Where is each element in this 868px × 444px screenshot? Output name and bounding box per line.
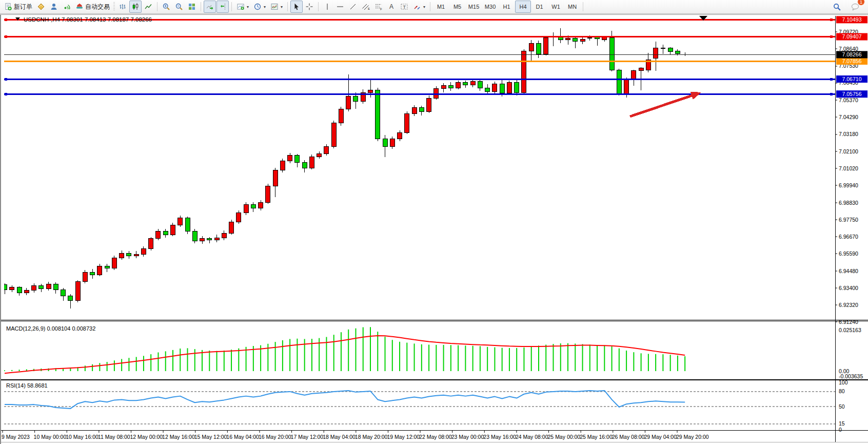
- bear-candle-body: [302, 162, 307, 168]
- candlestick-icon: [131, 3, 140, 11]
- bull-candle-body: [200, 239, 205, 241]
- timeframe-button-M15[interactable]: M15: [466, 1, 482, 13]
- time-axis-label: 17 May 12:00: [291, 434, 324, 440]
- timeframe-button-W1[interactable]: W1: [548, 1, 564, 13]
- bull-candle-body: [324, 147, 329, 154]
- zoom-in-button[interactable]: [160, 1, 172, 13]
- auto-trading-button[interactable]: 自动交易: [73, 1, 112, 13]
- time-axis-label: 22 May 08:00: [419, 434, 452, 440]
- indicators-dropdown-caret: ▾: [247, 5, 249, 9]
- price-axis-tick-label: 6.95590: [839, 250, 858, 257]
- periods-button[interactable]: ▾: [251, 1, 268, 13]
- auto-trading-icon: [75, 3, 84, 11]
- bull-candle-body: [178, 218, 183, 225]
- price-axis-tick-label: 6.94480: [839, 268, 858, 274]
- new-order-button[interactable]: 新订单: [2, 1, 34, 13]
- vertical-line-tool-button[interactable]: [321, 1, 333, 13]
- time-axis-label: 12 May 00:00: [130, 434, 163, 440]
- candle: [192, 229, 197, 243]
- bull-candle-body: [75, 282, 80, 301]
- new-order-label: 新订单: [14, 3, 32, 11]
- trendline-tool-button[interactable]: [347, 1, 359, 13]
- zoom-out-button[interactable]: [173, 1, 185, 13]
- profile-button[interactable]: [48, 1, 60, 13]
- bull-candle-body: [222, 233, 226, 238]
- rsi-scale-label: 100: [839, 379, 848, 385]
- cursor-tool-button[interactable]: [290, 1, 303, 13]
- time-axis-label: 18 May 04:00: [323, 434, 356, 440]
- candle: [376, 88, 380, 141]
- zoom-out-icon: [175, 3, 183, 11]
- timeframe-button-H4[interactable]: H4: [515, 1, 531, 13]
- timeframe-button-H1[interactable]: H1: [499, 1, 515, 13]
- candlestick-mode-button[interactable]: [129, 1, 142, 13]
- bull-candle-body: [346, 96, 351, 109]
- text-label-tool-button[interactable]: T: [398, 1, 410, 13]
- tile-windows-button[interactable]: [186, 1, 198, 13]
- toolbar-separator: [583, 2, 583, 11]
- price-chart-canvas[interactable]: USDCNH-,H4 7.08301 7.08413 7.08187 7.082…: [0, 15, 868, 444]
- timeframe-button-M5[interactable]: M5: [449, 1, 465, 13]
- time-axis-label: 24 May 08:00: [516, 434, 548, 440]
- bull-candle-body: [390, 139, 394, 147]
- line-handle-right[interactable]: [830, 18, 833, 21]
- notifications-button[interactable]: 1: [849, 1, 862, 13]
- bull-candle-body: [602, 37, 607, 40]
- bear-candle-body: [207, 239, 212, 240]
- candle: [75, 280, 80, 302]
- line-handle-left[interactable]: [5, 93, 7, 95]
- arrows-tool-button[interactable]: ▾: [411, 1, 427, 13]
- arrows-dropdown-caret: ▾: [423, 5, 425, 9]
- text-label-icon: T: [400, 3, 408, 11]
- timeframe-button-M1[interactable]: M1: [433, 1, 449, 13]
- line-chart-mode-button[interactable]: [142, 1, 154, 13]
- trading-terminal-window: 新订单 自动交易: [0, 0, 868, 444]
- signal-waves-icon: [63, 3, 71, 11]
- bull-candle-body: [134, 254, 139, 256]
- auto-scroll-button[interactable]: [204, 1, 216, 13]
- bull-candle-body: [339, 109, 343, 123]
- horizontal-line-tool-button[interactable]: [334, 1, 346, 13]
- indicators-button[interactable]: ▾: [234, 1, 251, 13]
- bull-candle-body: [280, 161, 285, 170]
- line-handle-left[interactable]: [5, 18, 7, 21]
- chart-shift-button[interactable]: [216, 1, 229, 13]
- line-handle-left[interactable]: [5, 78, 7, 81]
- bar-chart-mode-button[interactable]: [116, 1, 129, 13]
- crosshair-tool-button[interactable]: [303, 1, 315, 13]
- bull-candle-body: [624, 79, 629, 94]
- signals-button[interactable]: [61, 1, 73, 13]
- search-button[interactable]: [831, 1, 843, 13]
- price-line-label: 7.08266: [842, 51, 862, 57]
- bear-candle-body: [536, 43, 541, 54]
- text-tool-icon: A: [387, 3, 396, 11]
- candle: [149, 237, 153, 250]
- equidistant-channel-tool-button[interactable]: E: [360, 1, 372, 13]
- line-handle-right[interactable]: [830, 78, 833, 81]
- text-tool-button[interactable]: A: [385, 1, 398, 13]
- candle: [185, 217, 190, 234]
- bull-candle-body: [236, 213, 241, 222]
- time-axis-label: 16 May 04:00: [226, 434, 259, 440]
- candle: [405, 111, 409, 134]
- bear-candle-body: [478, 82, 482, 88]
- bull-candle-body: [507, 82, 511, 93]
- timeframe-button-D1[interactable]: D1: [531, 1, 547, 13]
- macd-scale-label: 0.025163: [839, 327, 861, 333]
- price-axis-tick-label: 7.03180: [839, 131, 858, 137]
- line-handle-right[interactable]: [830, 93, 833, 95]
- time-axis-label: 19 May 12:00: [387, 434, 420, 440]
- line-handle-left[interactable]: [5, 35, 7, 38]
- bull-candle-body: [266, 186, 270, 202]
- bear-candle-body: [617, 70, 621, 94]
- timeframe-button-MN[interactable]: MN: [564, 1, 580, 13]
- market-watch-button[interactable]: [35, 1, 47, 13]
- templates-button[interactable]: ▾: [268, 1, 285, 13]
- fibonacci-tool-button[interactable]: F: [372, 1, 385, 13]
- timeframe-button-M30[interactable]: M30: [482, 1, 498, 13]
- line-handle-right[interactable]: [830, 35, 833, 38]
- candle: [617, 69, 621, 95]
- bull-candle-body: [214, 238, 219, 240]
- toolbar-separator: [157, 2, 157, 11]
- indicators-icon: [236, 3, 245, 11]
